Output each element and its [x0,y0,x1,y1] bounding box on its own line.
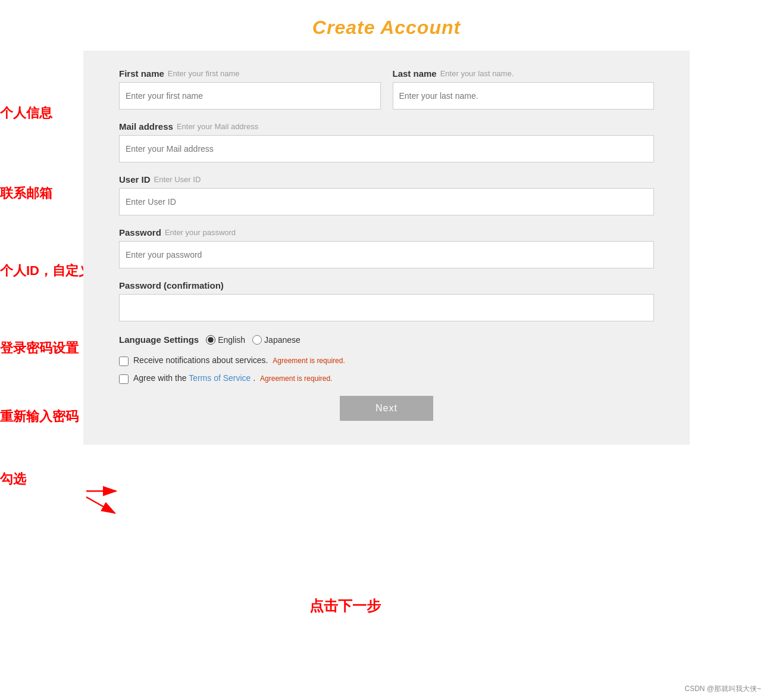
form-container: First name Enter your first name Last na… [83,51,690,445]
last-name-label-bold: Last name [393,68,437,79]
language-settings-label: Language Settings [119,335,199,345]
next-button-container: Next [119,396,654,421]
last-name-group: Last name Enter your last name. [393,68,655,110]
password-input[interactable] [119,241,654,268]
terms-agreement: Agreement is required. [260,374,332,383]
language-row: Language Settings English Japanese [119,335,654,345]
password-hint: Enter your password [165,228,236,237]
terms-checkbox[interactable] [119,374,129,384]
notifications-row: Receive notifications about services. Ag… [119,355,654,366]
terms-of-service-link[interactable]: Terms of Service [189,373,251,383]
watermark: CSDN @那就叫我大侠~ [684,684,761,694]
language-japanese-radio[interactable] [252,335,262,345]
last-name-hint: Enter your last name. [440,69,514,78]
last-name-label: Last name Enter your last name. [393,68,655,79]
language-english-option[interactable]: English [206,335,245,345]
terms-text-after: . [253,373,255,383]
user-id-label-bold: User ID [119,174,151,185]
first-name-hint: Enter your first name [168,69,240,78]
password-label: Password Enter your password [119,227,654,238]
annotation-password: 登录密码设置 [0,339,79,357]
language-japanese-option[interactable]: Japanese [252,335,301,345]
svg-line-2 [86,497,115,513]
annotation-checkbox: 勾选 [0,470,26,488]
notifications-text-content: Receive notifications about services. [133,355,268,365]
notifications-checkbox[interactable] [119,357,129,366]
notifications-agreement: Agreement is required. [273,357,345,365]
next-button[interactable]: Next [340,396,433,421]
mail-hint: Enter your Mail address [177,122,258,131]
user-id-input[interactable] [119,188,654,215]
mail-label-bold: Mail address [119,121,173,132]
first-name-label: First name Enter your first name [119,68,381,79]
name-row: First name Enter your first name Last na… [119,68,654,110]
user-id-label: User ID Enter User ID [119,174,654,185]
terms-row: Agree with the Terms of Service . Agreem… [119,373,654,384]
mail-input[interactable] [119,135,654,162]
mail-section: Mail address Enter your Mail address [119,121,654,162]
page-wrapper: Create Account 个人信息 联系邮箱 个人ID，自定义，用于登录 登… [0,0,773,700]
language-english-radio[interactable] [206,335,215,345]
password-confirmation-label: Password (confirmation) [119,280,654,290]
terms-text-before: Agree with the [133,373,187,383]
annotation-mail: 联系邮箱 [0,185,52,202]
password-label-bold: Password [119,227,161,238]
terms-text: Agree with the Terms of Service . Agreem… [133,373,332,383]
first-name-group: First name Enter your first name [119,68,381,110]
password-confirmation-label-bold: Password (confirmation) [119,280,224,290]
mail-label: Mail address Enter your Mail address [119,121,654,132]
password-confirmation-input[interactable] [119,294,654,321]
language-english-label: English [218,335,245,345]
user-id-hint: Enter User ID [154,175,201,184]
first-name-input[interactable] [119,82,381,110]
password-confirmation-section: Password (confirmation) [119,280,654,321]
user-id-section: User ID Enter User ID [119,174,654,215]
first-name-label-bold: First name [119,68,164,79]
password-section: Password Enter your password [119,227,654,268]
annotation-reenter-password: 重新输入密码 [0,408,79,426]
last-name-input[interactable] [393,82,655,110]
language-japanese-label: Japanese [264,335,301,345]
page-title: Create Account [0,0,773,51]
annotation-next-step: 点击下一步 [309,596,381,615]
notifications-text: Receive notifications about services. Ag… [133,355,345,365]
annotation-personal-info: 个人信息 [0,104,52,122]
